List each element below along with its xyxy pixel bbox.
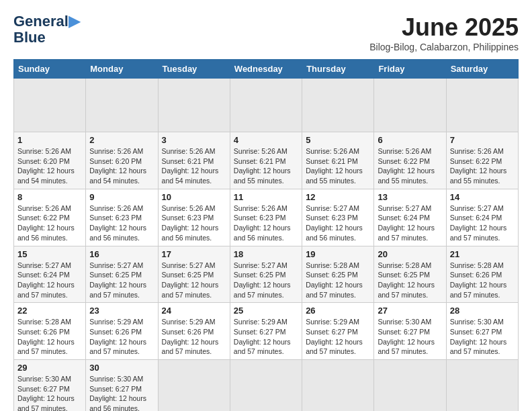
- weekday-saturday: Saturday: [446, 60, 518, 79]
- month-title: June 2025: [369, 13, 519, 42]
- day-number: 1: [17, 135, 82, 145]
- day-cell: 27Sunrise: 5:30 AMSunset: 6:27 PMDayligh…: [374, 303, 446, 360]
- day-info: Sunrise: 5:27 AMSunset: 6:24 PMDaylight:…: [17, 261, 82, 300]
- week-row-1: [14, 79, 519, 132]
- logo: General▶Blue: [13, 13, 80, 46]
- day-cell: 26Sunrise: 5:29 AMSunset: 6:27 PMDayligh…: [302, 303, 374, 360]
- day-cell: 2Sunrise: 5:26 AMSunset: 6:20 PMDaylight…: [86, 132, 158, 189]
- day-cell: 16Sunrise: 5:27 AMSunset: 6:25 PMDayligh…: [86, 246, 158, 303]
- day-cell: 5Sunrise: 5:26 AMSunset: 6:21 PMDaylight…: [302, 132, 374, 189]
- day-number: 10: [162, 192, 226, 202]
- day-info: Sunrise: 5:29 AMSunset: 6:26 PMDaylight:…: [162, 317, 226, 357]
- day-cell: 22Sunrise: 5:28 AMSunset: 6:26 PMDayligh…: [14, 303, 86, 360]
- day-number: 29: [17, 363, 82, 373]
- weekday-wednesday: Wednesday: [230, 60, 302, 79]
- weekday-sunday: Sunday: [14, 60, 86, 79]
- page-header: General▶Blue June 2025 Bilog-Bilog, Cala…: [13, 13, 519, 52]
- day-info: Sunrise: 5:26 AMSunset: 6:22 PMDaylight:…: [17, 203, 82, 243]
- day-number: 11: [234, 192, 298, 202]
- day-cell: 11Sunrise: 5:26 AMSunset: 6:23 PMDayligh…: [230, 189, 302, 246]
- day-info: Sunrise: 5:26 AMSunset: 6:20 PMDaylight:…: [17, 146, 82, 186]
- day-info: Sunrise: 5:26 AMSunset: 6:21 PMDaylight:…: [306, 146, 370, 186]
- day-info: Sunrise: 5:27 AMSunset: 6:24 PMDaylight:…: [450, 203, 515, 243]
- location: Bilog-Bilog, Calabarzon, Philippines: [369, 42, 519, 52]
- day-cell: 21Sunrise: 5:28 AMSunset: 6:26 PMDayligh…: [446, 246, 518, 303]
- day-number: 14: [450, 192, 515, 202]
- logo-text: General▶Blue: [13, 13, 80, 46]
- day-number: 2: [89, 135, 154, 145]
- weekday-tuesday: Tuesday: [158, 60, 230, 79]
- day-cell: [86, 79, 158, 132]
- day-info: Sunrise: 5:29 AMSunset: 6:26 PMDaylight:…: [89, 317, 154, 357]
- day-number: 26: [306, 306, 370, 316]
- day-info: Sunrise: 5:28 AMSunset: 6:25 PMDaylight:…: [306, 261, 370, 300]
- day-cell: 19Sunrise: 5:28 AMSunset: 6:25 PMDayligh…: [302, 246, 374, 303]
- day-number: 3: [162, 135, 226, 145]
- day-info: Sunrise: 5:26 AMSunset: 6:22 PMDaylight:…: [450, 146, 515, 186]
- day-info: Sunrise: 5:29 AMSunset: 6:27 PMDaylight:…: [306, 317, 370, 357]
- week-row-4: 15Sunrise: 5:27 AMSunset: 6:24 PMDayligh…: [14, 246, 519, 303]
- day-number: 20: [378, 249, 442, 259]
- day-cell: [158, 360, 230, 412]
- day-cell: 17Sunrise: 5:27 AMSunset: 6:25 PMDayligh…: [158, 246, 230, 303]
- day-info: Sunrise: 5:26 AMSunset: 6:23 PMDaylight:…: [89, 203, 154, 243]
- day-cell: 25Sunrise: 5:29 AMSunset: 6:27 PMDayligh…: [230, 303, 302, 360]
- day-cell: [446, 79, 518, 132]
- day-cell: [302, 79, 374, 132]
- day-number: 25: [234, 306, 298, 316]
- day-number: 21: [450, 249, 515, 259]
- day-cell: 15Sunrise: 5:27 AMSunset: 6:24 PMDayligh…: [14, 246, 86, 303]
- day-number: 27: [378, 306, 442, 316]
- day-info: Sunrise: 5:28 AMSunset: 6:26 PMDaylight:…: [17, 317, 82, 357]
- day-cell: 3Sunrise: 5:26 AMSunset: 6:21 PMDaylight…: [158, 132, 230, 189]
- day-number: 12: [306, 192, 370, 202]
- day-info: Sunrise: 5:30 AMSunset: 6:27 PMDaylight:…: [450, 317, 515, 357]
- weekday-friday: Friday: [374, 60, 446, 79]
- day-info: Sunrise: 5:26 AMSunset: 6:22 PMDaylight:…: [378, 146, 442, 186]
- day-number: 5: [306, 135, 370, 145]
- day-cell: 29Sunrise: 5:30 AMSunset: 6:27 PMDayligh…: [14, 360, 86, 412]
- day-cell: 10Sunrise: 5:26 AMSunset: 6:23 PMDayligh…: [158, 189, 230, 246]
- day-cell: [302, 360, 374, 412]
- day-info: Sunrise: 5:27 AMSunset: 6:23 PMDaylight:…: [306, 203, 370, 243]
- day-cell: 13Sunrise: 5:27 AMSunset: 6:24 PMDayligh…: [374, 189, 446, 246]
- day-info: Sunrise: 5:29 AMSunset: 6:27 PMDaylight:…: [234, 317, 298, 357]
- day-info: Sunrise: 5:26 AMSunset: 6:21 PMDaylight:…: [162, 146, 226, 186]
- day-cell: 8Sunrise: 5:26 AMSunset: 6:22 PMDaylight…: [14, 189, 86, 246]
- day-number: 8: [17, 192, 82, 202]
- day-cell: [158, 79, 230, 132]
- day-info: Sunrise: 5:26 AMSunset: 6:23 PMDaylight:…: [162, 203, 226, 243]
- day-cell: 20Sunrise: 5:28 AMSunset: 6:25 PMDayligh…: [374, 246, 446, 303]
- weekday-monday: Monday: [86, 60, 158, 79]
- day-info: Sunrise: 5:27 AMSunset: 6:25 PMDaylight:…: [234, 261, 298, 300]
- day-cell: [374, 360, 446, 412]
- week-row-3: 8Sunrise: 5:26 AMSunset: 6:22 PMDaylight…: [14, 189, 519, 246]
- day-cell: 7Sunrise: 5:26 AMSunset: 6:22 PMDaylight…: [446, 132, 518, 189]
- weekday-thursday: Thursday: [302, 60, 374, 79]
- day-info: Sunrise: 5:26 AMSunset: 6:20 PMDaylight:…: [89, 146, 154, 186]
- day-cell: 18Sunrise: 5:27 AMSunset: 6:25 PMDayligh…: [230, 246, 302, 303]
- day-cell: 4Sunrise: 5:26 AMSunset: 6:21 PMDaylight…: [230, 132, 302, 189]
- calendar-table: SundayMondayTuesdayWednesdayThursdayFrid…: [13, 59, 519, 411]
- day-cell: 28Sunrise: 5:30 AMSunset: 6:27 PMDayligh…: [446, 303, 518, 360]
- day-number: 7: [450, 135, 515, 145]
- day-cell: 14Sunrise: 5:27 AMSunset: 6:24 PMDayligh…: [446, 189, 518, 246]
- day-number: 24: [162, 306, 226, 316]
- day-cell: 12Sunrise: 5:27 AMSunset: 6:23 PMDayligh…: [302, 189, 374, 246]
- day-cell: 30Sunrise: 5:30 AMSunset: 6:27 PMDayligh…: [86, 360, 158, 412]
- day-number: 23: [89, 306, 154, 316]
- day-number: 19: [306, 249, 370, 259]
- day-number: 28: [450, 306, 515, 316]
- day-cell: 6Sunrise: 5:26 AMSunset: 6:22 PMDaylight…: [374, 132, 446, 189]
- day-number: 9: [89, 192, 154, 202]
- day-cell: 23Sunrise: 5:29 AMSunset: 6:26 PMDayligh…: [86, 303, 158, 360]
- day-cell: [230, 360, 302, 412]
- day-cell: [446, 360, 518, 412]
- week-row-2: 1Sunrise: 5:26 AMSunset: 6:20 PMDaylight…: [14, 132, 519, 189]
- day-info: Sunrise: 5:26 AMSunset: 6:23 PMDaylight:…: [234, 203, 298, 243]
- day-cell: 24Sunrise: 5:29 AMSunset: 6:26 PMDayligh…: [158, 303, 230, 360]
- title-block: June 2025 Bilog-Bilog, Calabarzon, Phili…: [369, 13, 519, 52]
- day-number: 6: [378, 135, 442, 145]
- weekday-header-row: SundayMondayTuesdayWednesdayThursdayFrid…: [14, 60, 519, 79]
- calendar-body: 1Sunrise: 5:26 AMSunset: 6:20 PMDaylight…: [14, 79, 519, 412]
